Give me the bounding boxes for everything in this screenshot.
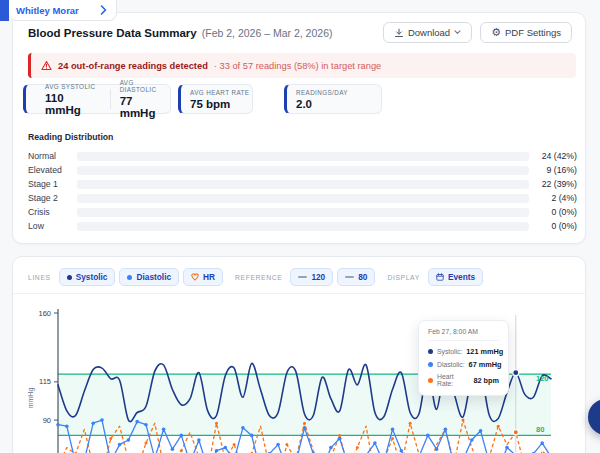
diastolic-marker bbox=[118, 443, 122, 447]
calendar-icon bbox=[436, 273, 444, 281]
reference-80-label: 80 bbox=[358, 272, 367, 282]
distribution-row-normal: Normal24 (42%) bbox=[13, 149, 587, 163]
stat-card-bp-averages: AVG SYSTOLIC 110 mmHg AVG DIASTOLIC 77 m… bbox=[23, 84, 171, 114]
stat-card-heart-rate: AVG HEART RATE 75 bpm bbox=[178, 84, 253, 114]
distribution-value: 0 (0%) bbox=[551, 207, 577, 217]
heart-rate-dot-icon bbox=[428, 378, 433, 383]
gear-icon: ⚙ bbox=[491, 27, 501, 38]
distribution-track bbox=[77, 180, 529, 189]
reference-line-icon bbox=[298, 276, 307, 278]
distribution-label: Crisis bbox=[28, 207, 50, 217]
diastolic-marker bbox=[127, 438, 131, 442]
readings-per-day-value: 2.0 bbox=[296, 98, 348, 110]
heart-rate-marker bbox=[303, 422, 306, 425]
heart-rate-marker bbox=[285, 443, 288, 446]
diastolic-marker bbox=[505, 446, 509, 450]
diastolic-marker bbox=[56, 423, 60, 427]
diastolic-marker bbox=[400, 449, 404, 453]
distribution-track bbox=[77, 166, 529, 175]
patient-name: Whitley Morar bbox=[16, 5, 79, 16]
diastolic-marker bbox=[444, 428, 448, 432]
distribution-value: 9 (16%) bbox=[547, 165, 577, 175]
avg-diastolic-value: 77 mmHg bbox=[120, 95, 170, 119]
heart-rate-marker bbox=[391, 437, 394, 440]
reference-120-chip[interactable]: 120 bbox=[290, 268, 333, 286]
patient-tab[interactable]: Whitley Morar bbox=[9, 0, 117, 21]
tooltip-systolic-value: 121 mmHg bbox=[466, 347, 503, 356]
tooltip-date: Feb 27, 8:00 AM bbox=[428, 328, 499, 335]
diastolic-marker bbox=[426, 434, 430, 438]
diastolic-marker bbox=[171, 447, 175, 451]
distribution-track bbox=[77, 208, 529, 217]
distribution-track bbox=[77, 222, 529, 231]
tooltip-systolic-row: Systolic: 121 mmHg bbox=[428, 347, 499, 356]
reference-label-120: 120 bbox=[536, 374, 549, 383]
y-tick-label: 115 bbox=[39, 377, 51, 386]
diastolic-marker bbox=[197, 438, 201, 442]
heart-rate-marker bbox=[338, 434, 341, 437]
diastolic-marker bbox=[338, 437, 342, 441]
distribution-row-stage-2: Stage 22 (4%) bbox=[13, 191, 587, 205]
heart-rate-marker bbox=[233, 443, 236, 446]
hr-toggle-chip[interactable]: HR bbox=[183, 268, 223, 286]
heart-rate-marker bbox=[497, 425, 500, 428]
diastolic-marker bbox=[91, 421, 95, 425]
reference-120-label: 120 bbox=[311, 272, 325, 282]
floating-action-button[interactable] bbox=[588, 399, 600, 435]
tooltip-heart-rate-label: Heart Rate: bbox=[437, 373, 469, 387]
distribution-label: Low bbox=[28, 221, 44, 231]
events-toggle-chip[interactable]: Events bbox=[428, 268, 483, 286]
tooltip-systolic-label: Systolic: bbox=[437, 348, 462, 355]
diastolic-marker bbox=[479, 429, 483, 433]
lines-group-label: LINES bbox=[28, 274, 51, 281]
date-range: (Feb 2, 2026 – Mar 2, 2026) bbox=[202, 27, 333, 39]
distribution-row-low: Low0 (0%) bbox=[13, 219, 587, 233]
distribution-track bbox=[77, 152, 529, 161]
diastolic-marker bbox=[144, 423, 148, 427]
distribution-value: 24 (42%) bbox=[542, 151, 577, 161]
diastolic-dot-icon bbox=[428, 362, 433, 367]
systolic-dot-icon bbox=[67, 275, 72, 280]
diastolic-toggle-chip[interactable]: Diastolic bbox=[119, 268, 179, 286]
chart-tooltip: Feb 27, 8:00 AM Systolic: 121 mmHg Diast… bbox=[418, 320, 509, 396]
diastolic-marker bbox=[303, 426, 307, 430]
heart-rate-marker bbox=[409, 422, 412, 425]
y-tick-label: 90 bbox=[43, 416, 51, 425]
events-chip-label: Events bbox=[448, 272, 475, 282]
diastolic-marker bbox=[276, 443, 280, 447]
diastolic-dot-icon bbox=[127, 275, 132, 280]
summary-card: Blood Pressure Data Summary (Feb 2, 2026… bbox=[12, 12, 586, 244]
avg-systolic-value: 110 mmHg bbox=[45, 92, 100, 116]
distribution-value: 2 (4%) bbox=[551, 193, 577, 203]
tooltip-divider bbox=[428, 340, 499, 341]
chevron-right-icon[interactable] bbox=[100, 5, 107, 15]
heart-rate-marker bbox=[215, 422, 218, 425]
reference-80-chip[interactable]: 80 bbox=[337, 268, 375, 286]
download-label: Download bbox=[408, 27, 450, 38]
diastolic-marker bbox=[65, 424, 69, 428]
distribution-row-stage-1: Stage 122 (39%) bbox=[13, 177, 587, 191]
chevron-down-icon bbox=[454, 30, 461, 35]
systolic-toggle-chip[interactable]: Systolic bbox=[59, 268, 116, 286]
heart-rate-marker bbox=[462, 419, 465, 422]
readings-per-day-label: READINGS/DAY bbox=[296, 89, 348, 96]
display-group-label: DISPLAY bbox=[387, 274, 419, 281]
distribution-row-elevated: Elevated9 (16%) bbox=[13, 163, 587, 177]
reference-label-80: 80 bbox=[536, 425, 544, 434]
diastolic-marker bbox=[470, 438, 474, 442]
tooltip-heart-rate-value: 82 bpm bbox=[473, 376, 499, 385]
warning-icon bbox=[41, 60, 52, 71]
hover-point-heart-rate bbox=[513, 430, 518, 435]
diastolic-marker bbox=[373, 441, 377, 445]
diastolic-marker bbox=[215, 449, 219, 453]
download-button[interactable]: Download bbox=[383, 22, 472, 43]
heart-icon bbox=[191, 273, 199, 281]
distribution-label: Elevated bbox=[28, 165, 62, 175]
diastolic-chip-label: Diastolic bbox=[136, 272, 171, 282]
distribution-value: 22 (39%) bbox=[542, 179, 577, 189]
diastolic-marker bbox=[100, 418, 104, 422]
pdf-settings-label: PDF Settings bbox=[505, 27, 561, 38]
tooltip-diastolic-label: Diastolic: bbox=[437, 361, 465, 368]
pdf-settings-button[interactable]: ⚙ PDF Settings bbox=[480, 22, 572, 43]
distribution-title: Reading Distribution bbox=[28, 132, 113, 142]
